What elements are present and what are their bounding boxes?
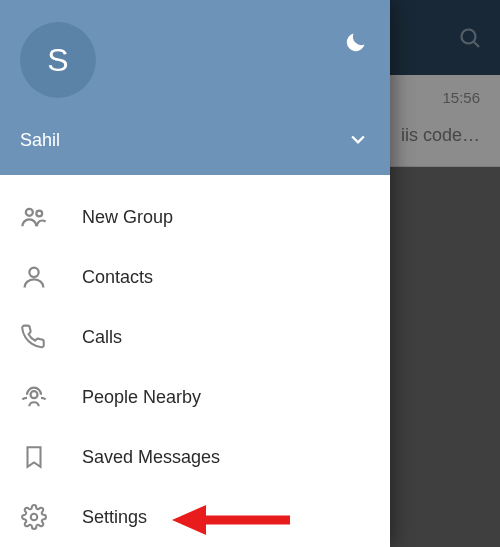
svg-point-2 [26, 209, 33, 216]
svg-point-6 [31, 514, 38, 521]
svg-point-3 [36, 211, 42, 217]
menu-item-contacts[interactable]: Contacts [0, 247, 390, 307]
navigation-drawer: S Sahil [0, 0, 390, 547]
menu-label: Saved Messages [82, 447, 220, 468]
menu-label: Contacts [82, 267, 153, 288]
drawer-menu: New Group Contacts Calls [0, 175, 390, 547]
moon-icon [344, 30, 368, 54]
menu-label: Settings [82, 507, 147, 528]
account-expand-toggle[interactable] [344, 125, 372, 153]
bookmark-icon [20, 443, 48, 471]
avatar[interactable]: S [20, 22, 96, 98]
menu-item-new-group[interactable]: New Group [0, 187, 390, 247]
svg-point-4 [29, 268, 38, 277]
username: Sahil [20, 130, 60, 151]
menu-label: People Nearby [82, 387, 201, 408]
phone-icon [20, 323, 48, 351]
svg-point-5 [31, 391, 38, 398]
night-mode-toggle[interactable] [342, 28, 370, 56]
menu-item-calls[interactable]: Calls [0, 307, 390, 367]
avatar-initial: S [47, 42, 68, 79]
nearby-icon [20, 383, 48, 411]
menu-item-settings[interactable]: Settings [0, 487, 390, 547]
menu-item-people-nearby[interactable]: People Nearby [0, 367, 390, 427]
group-icon [20, 203, 48, 231]
menu-label: New Group [82, 207, 173, 228]
menu-item-saved-messages[interactable]: Saved Messages [0, 427, 390, 487]
gear-icon [20, 503, 48, 531]
person-icon [20, 263, 48, 291]
chevron-down-icon [348, 129, 368, 149]
drawer-header: S Sahil [0, 0, 390, 175]
menu-label: Calls [82, 327, 122, 348]
